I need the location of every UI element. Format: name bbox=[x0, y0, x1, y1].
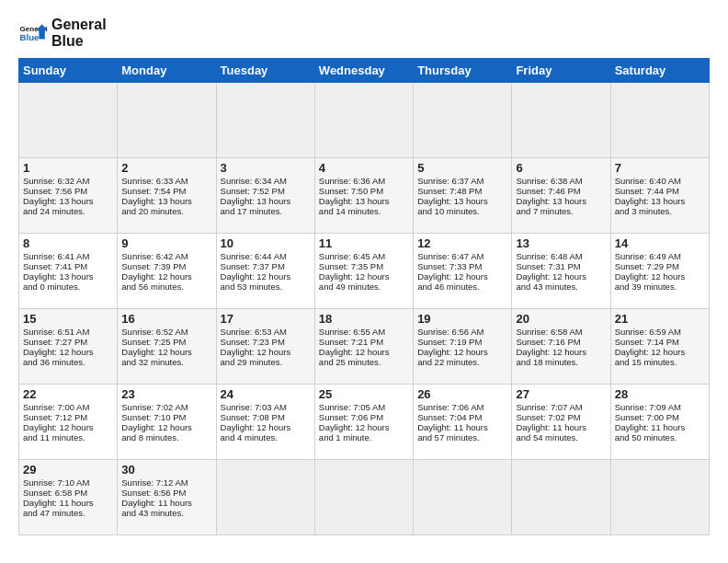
day-info: Sunrise: 7:12 AM bbox=[121, 477, 211, 488]
day-info: Sunset: 7:08 PM bbox=[221, 412, 311, 422]
day-info: Sunrise: 6:34 AM bbox=[221, 176, 311, 186]
day-info: and 46 minutes. bbox=[417, 282, 507, 292]
calendar-cell bbox=[414, 460, 512, 535]
calendar-cell bbox=[610, 83, 709, 158]
day-info: Daylight: 11 hours bbox=[121, 498, 211, 508]
day-info: Sunset: 7:25 PM bbox=[121, 337, 211, 347]
day-info: Sunrise: 6:45 AM bbox=[319, 251, 409, 261]
day-number: 3 bbox=[221, 161, 311, 175]
day-number: 2 bbox=[121, 161, 211, 175]
day-info: and 54 minutes. bbox=[516, 432, 606, 442]
day-info: Sunrise: 6:41 AM bbox=[23, 251, 113, 261]
calendar-cell: 30Sunrise: 7:12 AMSunset: 6:56 PMDayligh… bbox=[118, 460, 216, 535]
logo-icon: General Blue bbox=[18, 18, 48, 48]
calendar-cell: 1Sunrise: 6:32 AMSunset: 7:56 PMDaylight… bbox=[19, 158, 118, 234]
day-number: 18 bbox=[319, 312, 409, 326]
day-info: Sunset: 7:21 PM bbox=[319, 337, 409, 347]
day-info: and 11 minutes. bbox=[23, 432, 113, 442]
calendar-cell bbox=[314, 460, 413, 535]
day-info: Daylight: 12 hours bbox=[319, 271, 409, 282]
day-info: and 17 minutes. bbox=[221, 206, 311, 216]
calendar-cell: 10Sunrise: 6:44 AMSunset: 7:37 PMDayligh… bbox=[216, 234, 314, 309]
day-number: 25 bbox=[319, 387, 409, 401]
day-info: Sunrise: 6:58 AM bbox=[516, 327, 606, 337]
day-info: Sunset: 7:23 PM bbox=[221, 337, 311, 347]
day-info: Sunrise: 6:32 AM bbox=[23, 176, 113, 186]
day-info: Daylight: 12 hours bbox=[221, 422, 311, 432]
day-info: and 8 minutes. bbox=[121, 432, 211, 442]
day-info: Daylight: 13 hours bbox=[121, 196, 211, 206]
calendar-cell: 15Sunrise: 6:51 AMSunset: 7:27 PMDayligh… bbox=[19, 309, 118, 385]
day-info: Sunset: 7:44 PM bbox=[615, 186, 705, 196]
day-info: Sunset: 7:00 PM bbox=[615, 412, 705, 422]
day-info: Daylight: 11 hours bbox=[23, 498, 113, 508]
day-info: Sunset: 7:35 PM bbox=[319, 261, 409, 271]
day-info: and 7 minutes. bbox=[516, 206, 606, 216]
calendar-week-3: 15Sunrise: 6:51 AMSunset: 7:27 PMDayligh… bbox=[19, 309, 710, 385]
day-info: Daylight: 12 hours bbox=[221, 347, 311, 357]
day-number: 17 bbox=[221, 312, 311, 326]
day-info: Daylight: 12 hours bbox=[121, 347, 211, 357]
day-info: and 49 minutes. bbox=[319, 282, 409, 292]
day-number: 7 bbox=[615, 161, 705, 175]
day-info: Sunset: 7:46 PM bbox=[516, 186, 606, 196]
day-info: Sunrise: 6:44 AM bbox=[221, 251, 311, 261]
day-info: and 50 minutes. bbox=[615, 432, 705, 442]
day-info: Sunset: 7:33 PM bbox=[417, 261, 507, 271]
day-number: 26 bbox=[417, 387, 507, 401]
day-info: Daylight: 12 hours bbox=[23, 347, 113, 357]
day-info: and 57 minutes. bbox=[417, 432, 507, 442]
day-number: 14 bbox=[615, 236, 705, 250]
day-info: Sunset: 7:31 PM bbox=[516, 261, 606, 271]
logo-blue: Blue bbox=[51, 33, 107, 50]
calendar-cell: 19Sunrise: 6:56 AMSunset: 7:19 PMDayligh… bbox=[414, 309, 512, 385]
calendar-cell bbox=[216, 460, 314, 535]
calendar-cell: 21Sunrise: 6:59 AMSunset: 7:14 PMDayligh… bbox=[610, 309, 709, 385]
calendar-cell: 9Sunrise: 6:42 AMSunset: 7:39 PMDaylight… bbox=[118, 234, 216, 309]
day-header-thursday: Thursday bbox=[414, 59, 512, 83]
day-info: Daylight: 13 hours bbox=[319, 196, 409, 206]
day-number: 1 bbox=[23, 161, 113, 175]
day-info: Daylight: 11 hours bbox=[417, 422, 507, 432]
day-info: Daylight: 13 hours bbox=[417, 196, 507, 206]
calendar-cell: 24Sunrise: 7:03 AMSunset: 7:08 PMDayligh… bbox=[216, 385, 314, 460]
day-info: and 18 minutes. bbox=[516, 357, 606, 367]
svg-text:Blue: Blue bbox=[20, 32, 40, 42]
calendar-cell bbox=[216, 83, 314, 158]
calendar-cell: 25Sunrise: 7:05 AMSunset: 7:06 PMDayligh… bbox=[314, 385, 413, 460]
calendar-cell bbox=[118, 83, 216, 158]
calendar-cell: 11Sunrise: 6:45 AMSunset: 7:35 PMDayligh… bbox=[314, 234, 413, 309]
day-info: Sunset: 7:39 PM bbox=[121, 261, 211, 271]
calendar-cell: 14Sunrise: 6:49 AMSunset: 7:29 PMDayligh… bbox=[610, 234, 709, 309]
logo-general: General bbox=[51, 17, 107, 33]
calendar-cell: 17Sunrise: 6:53 AMSunset: 7:23 PMDayligh… bbox=[216, 309, 314, 385]
day-info: Daylight: 12 hours bbox=[23, 422, 113, 432]
day-info: Daylight: 12 hours bbox=[615, 271, 705, 282]
calendar-cell: 26Sunrise: 7:06 AMSunset: 7:04 PMDayligh… bbox=[414, 385, 512, 460]
day-number: 16 bbox=[121, 312, 211, 326]
day-info: Daylight: 12 hours bbox=[516, 271, 606, 282]
day-info: and 36 minutes. bbox=[23, 357, 113, 367]
day-info: Daylight: 13 hours bbox=[516, 196, 606, 206]
day-info: Sunset: 7:04 PM bbox=[417, 412, 507, 422]
day-info: and 14 minutes. bbox=[319, 206, 409, 216]
day-info: Sunset: 7:10 PM bbox=[121, 412, 211, 422]
calendar-page: General Blue General Blue SundayMondayTu… bbox=[0, 0, 728, 545]
day-info: and 3 minutes. bbox=[615, 206, 705, 216]
day-info: Sunrise: 6:47 AM bbox=[417, 251, 507, 261]
day-info: Sunset: 7:56 PM bbox=[23, 186, 113, 196]
day-info: Daylight: 13 hours bbox=[23, 271, 113, 282]
day-info: Sunrise: 7:09 AM bbox=[615, 402, 705, 412]
day-info: Sunset: 7:02 PM bbox=[516, 412, 606, 422]
day-number: 24 bbox=[221, 387, 311, 401]
day-info: and 47 minutes. bbox=[23, 508, 113, 518]
day-info: Sunset: 7:06 PM bbox=[319, 412, 409, 422]
day-info: and 39 minutes. bbox=[615, 282, 705, 292]
day-header-sunday: Sunday bbox=[19, 59, 118, 83]
day-info: Daylight: 11 hours bbox=[516, 422, 606, 432]
calendar-cell: 13Sunrise: 6:48 AMSunset: 7:31 PMDayligh… bbox=[512, 234, 610, 309]
day-header-tuesday: Tuesday bbox=[216, 59, 314, 83]
day-info: Sunrise: 7:05 AM bbox=[319, 402, 409, 412]
day-info: Daylight: 12 hours bbox=[121, 422, 211, 432]
day-number: 13 bbox=[516, 236, 606, 250]
